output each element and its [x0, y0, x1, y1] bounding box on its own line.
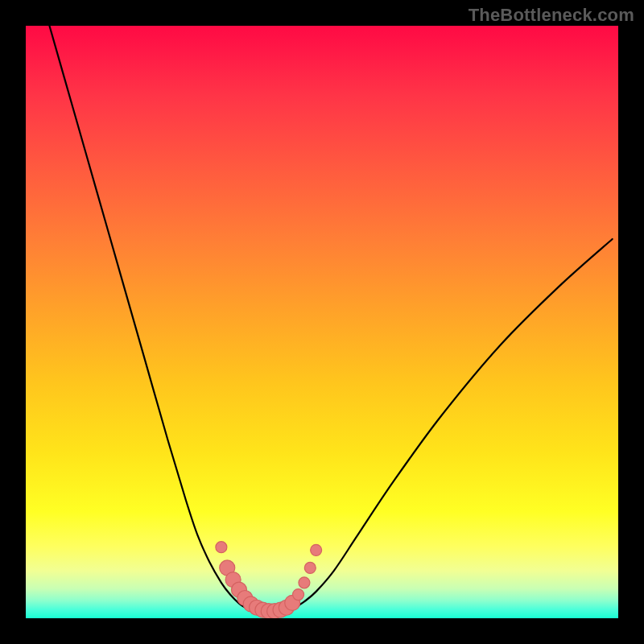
data-marker	[216, 542, 227, 553]
data-marker	[311, 544, 322, 555]
watermark-text: TheBottleneck.com	[469, 5, 634, 26]
data-marker	[299, 577, 310, 588]
curve-left-branch	[49, 26, 248, 609]
chart-plot-area	[26, 26, 618, 618]
chart-svg	[26, 26, 618, 618]
data-markers-group	[216, 542, 322, 618]
data-marker	[293, 589, 304, 601]
curve-right-branch	[292, 239, 612, 609]
data-marker	[304, 562, 316, 573]
